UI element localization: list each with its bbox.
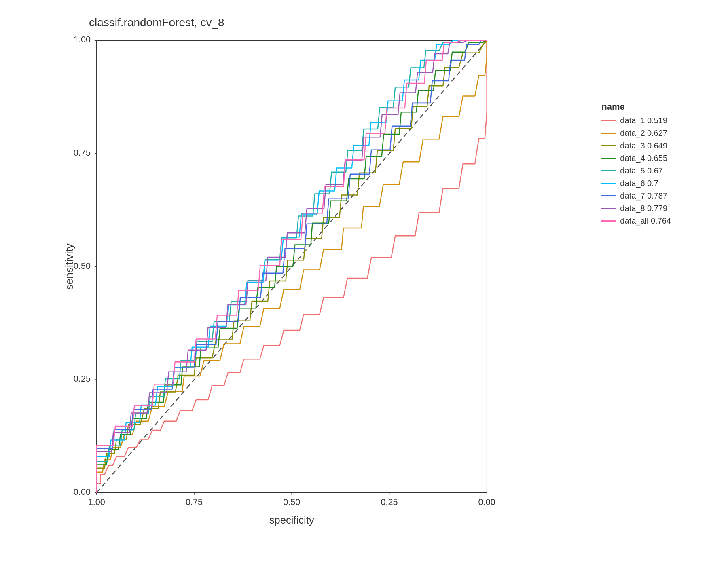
svg-text:0.25: 0.25 — [74, 374, 91, 384]
svg-text:sensitivity: sensitivity — [65, 243, 75, 290]
svg-text:specificity: specificity — [269, 514, 314, 526]
legend-item: data_5 0.67 — [601, 166, 671, 175]
legend-label: data_6 0.7 — [620, 179, 658, 188]
legend-item: data_2 0.627 — [601, 129, 671, 138]
svg-text:0.50: 0.50 — [74, 260, 91, 270]
legend-label: data_7 0.787 — [620, 191, 667, 201]
legend-color-swatch — [601, 208, 616, 209]
legend-item: data_4 0.655 — [601, 154, 671, 163]
svg-text:1.00: 1.00 — [74, 34, 91, 44]
legend-item: data_6 0.7 — [601, 179, 671, 188]
legend-color-swatch — [601, 133, 616, 134]
legend-color-swatch — [601, 183, 616, 184]
legend-label: data_3 0.649 — [620, 141, 667, 150]
legend-label: data_4 0.655 — [620, 154, 667, 163]
legend-item: data_7 0.787 — [601, 191, 671, 201]
svg-text:0.00: 0.00 — [74, 486, 91, 496]
svg-text:0.25: 0.25 — [381, 497, 398, 507]
legend-title: name — [601, 101, 671, 112]
legend-label: data_1 0.519 — [620, 116, 667, 125]
legend-color-swatch — [601, 170, 616, 171]
legend-label: data_all 0.764 — [620, 216, 671, 226]
chart-container: classif.randomForest, cv_8 0.00 0.25 0.5… — [0, 0, 728, 566]
svg-text:1.00: 1.00 — [88, 497, 105, 507]
legend-item: data_1 0.519 — [601, 116, 671, 125]
legend: name data_1 0.519data_2 0.627data_3 0.64… — [593, 97, 679, 233]
legend-label: data_2 0.627 — [620, 129, 667, 138]
legend-label: data_5 0.67 — [620, 166, 663, 175]
legend-color-swatch — [601, 220, 616, 222]
svg-text:0.75: 0.75 — [186, 497, 203, 507]
legend-label: data_8 0.779 — [620, 204, 667, 213]
legend-color-swatch — [601, 158, 616, 159]
chart-wrapper: classif.randomForest, cv_8 0.00 0.25 0.5… — [40, 16, 688, 550]
legend-item: data_3 0.649 — [601, 141, 671, 150]
legend-item: data_8 0.779 — [601, 204, 671, 213]
svg-text:0.00: 0.00 — [478, 497, 495, 507]
legend-color-swatch — [601, 145, 616, 146]
legend-color-swatch — [601, 195, 616, 196]
chart-svg: 0.00 0.25 0.50 0.75 1.00 1.00 0.75 0.50 … — [65, 32, 582, 526]
legend-color-swatch — [601, 120, 616, 121]
svg-text:0.75: 0.75 — [74, 148, 91, 158]
legend-item: data_all 0.764 — [601, 216, 671, 226]
chart-title: classif.randomForest, cv_8 — [89, 16, 224, 29]
svg-text:0.50: 0.50 — [283, 497, 300, 507]
